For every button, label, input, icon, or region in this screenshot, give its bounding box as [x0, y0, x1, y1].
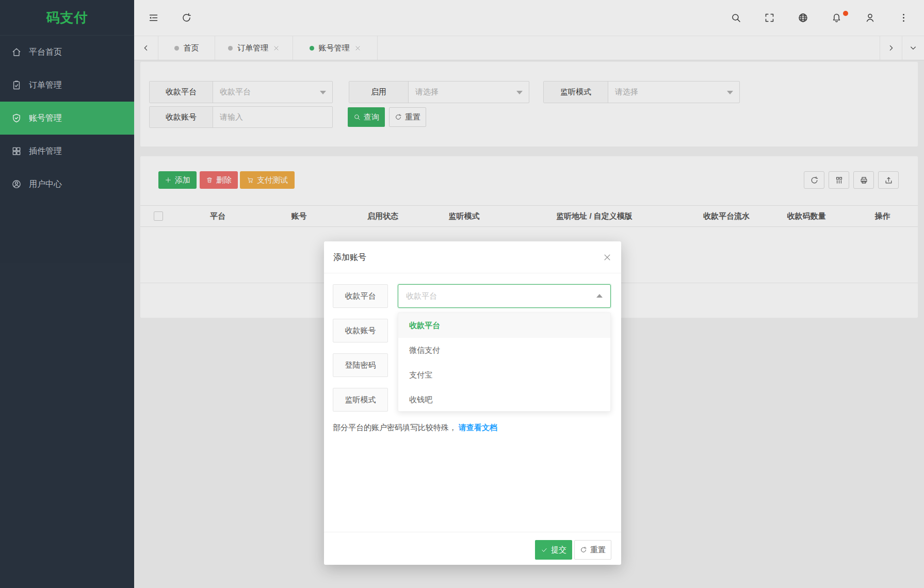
app-window: 码支付 平台首页 订单管理 账号管理 插件管理 用户中心	[0, 0, 924, 588]
dropdown-option-wechat-pay[interactable]: 微信支付	[398, 338, 610, 363]
modal-close-icon[interactable]	[603, 253, 612, 262]
hint-text: 部分平台的账户密码填写比较特殊，	[333, 423, 457, 432]
submit-button-label: 提交	[551, 545, 566, 555]
modal-listen-mode-label: 监听模式	[333, 388, 388, 412]
modal-reset-button[interactable]: 重置	[574, 540, 611, 560]
platform-dropdown: 收款平台 微信支付 支付宝 收钱吧	[398, 313, 611, 412]
docs-link[interactable]: 请查看文档	[459, 423, 497, 432]
dropdown-option-alipay[interactable]: 支付宝	[398, 363, 610, 387]
refresh-icon	[580, 546, 587, 553]
modal-password-label: 登陆密码	[333, 353, 388, 377]
modal-account-label: 收款账号	[333, 319, 388, 342]
modal-title: 添加账号	[333, 241, 366, 273]
check-icon	[541, 546, 548, 553]
dropdown-option-default[interactable]: 收款平台	[398, 313, 610, 338]
modal-reset-label: 重置	[590, 545, 606, 555]
modal-header: 添加账号	[324, 241, 621, 273]
select-placeholder: 收款平台	[406, 291, 437, 301]
caret-up-icon	[596, 294, 603, 298]
add-account-modal: 添加账号 收款平台 收款账号 登陆密码 监听模式 收款平台 收款平台 微信支付 …	[324, 241, 621, 565]
modal-footer: 提交 重置	[324, 532, 621, 565]
submit-button[interactable]: 提交	[535, 540, 572, 560]
modal-hint: 部分平台的账户密码填写比较特殊，请查看文档	[333, 423, 497, 433]
modal-platform-select[interactable]: 收款平台	[398, 284, 611, 308]
dropdown-option-shouqianba[interactable]: 收钱吧	[398, 387, 610, 412]
modal-platform-label: 收款平台	[333, 284, 388, 308]
